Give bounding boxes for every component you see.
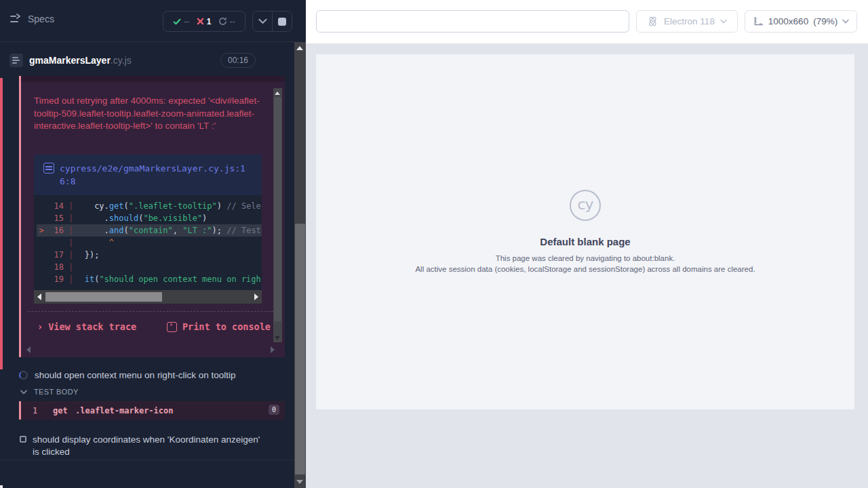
view-stack-trace-link[interactable]: › View stack trace: [37, 321, 136, 332]
specs-menu-button[interactable]: Specs: [9, 14, 54, 24]
error-actions: › View stack trace Print to console: [37, 321, 271, 332]
code-frame-path: cypress/e2e/gmaMarkersLayer.cy.js:16:8: [60, 162, 252, 188]
command-count-badge: 0: [269, 405, 279, 415]
browser-label: Electron 118: [664, 16, 715, 26]
code-line: >16| .and("contain", "LT :"); // Test: [37, 224, 262, 237]
viewport-select-button[interactable]: 1000x660 (79%): [745, 10, 857, 33]
file-icon: [43, 163, 54, 174]
chevron-down-icon: [258, 18, 267, 24]
x-icon: [197, 18, 204, 25]
scroll-thumb[interactable]: [274, 98, 281, 321]
code-line: 15| .should("be.visible"): [37, 212, 262, 224]
code-line: 14| cy.get(".leaflet-tooltip") // Sele: [37, 200, 262, 212]
blank-page-message: cy Default blank page This page was clea…: [316, 190, 854, 274]
aut-stage: cy Default blank page This page was clea…: [306, 43, 868, 488]
aut-iframe: cy Default blank page This page was clea…: [316, 54, 854, 409]
ruler-icon: [753, 16, 764, 27]
scroll-down-arrow-icon[interactable]: [275, 336, 280, 340]
blank-page-title: Default blank page: [316, 236, 854, 247]
command-message: .leaflet-marker-icon: [75, 406, 174, 415]
test-body-label: TEST BODY: [34, 388, 79, 396]
running-spinner-icon: [19, 371, 28, 380]
error-header-edge: [21, 76, 285, 82]
run-controls: [252, 11, 292, 32]
scroll-thumb[interactable]: [45, 292, 162, 302]
blank-page-line1: This page was cleared by navigating to a…: [316, 253, 854, 264]
code-line: 19| it("should open context menu on righ: [37, 273, 262, 285]
electron-icon: [647, 16, 658, 27]
scroll-track[interactable]: [294, 42, 306, 488]
error-vertical-scrollbar[interactable]: [273, 88, 282, 342]
stat-restarts: --: [218, 17, 235, 26]
browser-select-button[interactable]: Electron 118: [636, 10, 738, 33]
chevron-down-icon: [720, 19, 727, 24]
spec-file-icon: [9, 54, 23, 67]
list-divider: [0, 460, 294, 460]
code-frame-header[interactable]: cypress/e2e/gmaMarkersLayer.cy.js:16:8: [34, 155, 262, 195]
reporter-header: Specs -- 1 --: [0, 0, 294, 42]
pending-test-icon: [20, 436, 26, 443]
cypress-app: Specs -- 1 --: [0, 0, 868, 488]
error-message: Timed out retrying after 4000ms: expecte…: [34, 95, 266, 133]
error-region: Timed out retrying after 4000ms: expecte…: [19, 76, 285, 357]
spec-name: gmaMarkersLayer.cy.js: [29, 55, 132, 66]
spec-extension: .cy.js: [111, 55, 132, 66]
print-to-console-link[interactable]: Print to console: [167, 321, 271, 332]
code-horizontal-scrollbar[interactable]: [34, 290, 262, 304]
blank-page-subtitle: This page was cleared by navigating to a…: [316, 253, 854, 274]
specs-label: Specs: [28, 14, 54, 24]
spec-duration-badge: 00:16: [220, 53, 256, 68]
code-frame: cypress/e2e/gmaMarkersLayer.cy.js:16:8 1…: [34, 155, 262, 291]
command-number: 1: [33, 406, 53, 415]
scroll-thumb[interactable]: [295, 224, 305, 474]
stat-passed: --: [173, 17, 189, 26]
cypress-logo-icon: cy: [570, 190, 601, 221]
chevron-down-icon: [842, 19, 849, 24]
stop-icon: [278, 18, 286, 26]
command-log-row[interactable]: 1 get .leaflet-marker-icon 0: [19, 401, 285, 420]
code-line: | ^: [37, 237, 262, 249]
collapse-tests-button[interactable]: [253, 12, 272, 31]
scroll-right-arrow-icon[interactable]: [254, 293, 258, 300]
viewport-scale: (79%): [813, 16, 837, 26]
error-divider: [28, 311, 280, 312]
reporter-panel: Specs -- 1 --: [0, 0, 294, 488]
blank-page-line2: All active session data (cookies, localS…: [316, 264, 854, 274]
test-body-section[interactable]: TEST BODY: [20, 388, 79, 396]
test-item-running[interactable]: should open context menu on right-click …: [19, 369, 277, 382]
stop-run-button[interactable]: [272, 12, 292, 31]
scroll-up-arrow-icon[interactable]: [296, 46, 303, 50]
error-horizontal-scrollbar[interactable]: [24, 344, 281, 355]
spec-row[interactable]: gmaMarkersLayer.cy.js 00:16: [0, 47, 294, 73]
chevron-right-icon: ›: [37, 321, 43, 332]
restart-icon: [218, 17, 227, 26]
scroll-left-arrow-icon[interactable]: [37, 293, 41, 300]
scroll-right-arrow-icon[interactable]: [271, 346, 275, 353]
check-icon: [173, 18, 181, 26]
test-item-pending[interactable]: should display coordinates when 'Koordin…: [20, 434, 264, 458]
reporter-scrollbar[interactable]: [294, 0, 306, 488]
failed-attempt-bar: [0, 78, 3, 369]
specs-list-icon: [9, 14, 22, 24]
stat-failed: 1: [197, 17, 212, 26]
code-line: 18|: [37, 261, 262, 273]
command-method: get: [53, 406, 75, 415]
viewport-size: 1000x660: [768, 16, 808, 26]
aut-toolbar: Electron 118 1000x660 (79%): [306, 0, 868, 43]
test-title: should open context menu on right-click …: [35, 369, 235, 382]
url-input[interactable]: [316, 10, 629, 33]
corner-artifact: [0, 485, 3, 488]
scroll-down-arrow-icon[interactable]: [296, 480, 303, 484]
test-title: should display coordinates when 'Koordin…: [33, 434, 264, 458]
console-icon: [167, 322, 177, 332]
test-stats: -- 1 --: [163, 11, 245, 32]
code-lines: 14| cy.get(".leaflet-tooltip") // Sele15…: [34, 195, 262, 291]
scroll-up-arrow-icon[interactable]: [275, 92, 280, 95]
aut-panel: Electron 118 1000x660 (79%) cy Default b…: [306, 0, 868, 488]
scroll-left-arrow-icon[interactable]: [26, 346, 31, 353]
chevron-down-icon: [20, 390, 27, 394]
code-line: 17| });: [37, 249, 262, 261]
